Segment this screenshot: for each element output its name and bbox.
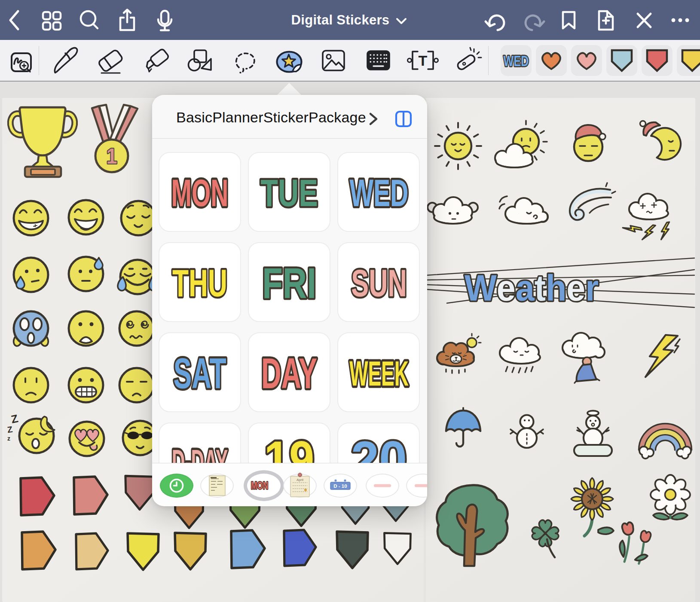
svg-text:SUN: SUN bbox=[351, 262, 407, 304]
svg-text:D-DAY: D-DAY bbox=[172, 443, 228, 463]
svg-text:WEEK: WEEK bbox=[349, 354, 409, 393]
svg-text:MON: MON bbox=[171, 171, 229, 214]
svg-text:TUE: TUE bbox=[260, 172, 318, 215]
svg-text:April: April bbox=[297, 478, 303, 482]
svg-text:T: T bbox=[419, 52, 428, 69]
svg-text:WED: WED bbox=[349, 172, 408, 214]
svg-text:20: 20 bbox=[351, 431, 407, 463]
svg-text:WED: WED bbox=[504, 52, 529, 69]
svg-text:FRI: FRI bbox=[262, 259, 316, 307]
svg-text:MON: MON bbox=[251, 480, 268, 491]
svg-text:1: 1 bbox=[106, 144, 117, 168]
svg-text:DAY: DAY bbox=[261, 350, 317, 398]
svg-text:THU: THU bbox=[172, 261, 227, 304]
svg-text:z: z bbox=[7, 435, 10, 442]
svg-text:SAT: SAT bbox=[173, 349, 226, 397]
svg-text:19: 19 bbox=[264, 431, 315, 463]
svg-text:D - 10: D - 10 bbox=[333, 483, 347, 489]
svg-text:Weather: Weather bbox=[465, 267, 599, 309]
